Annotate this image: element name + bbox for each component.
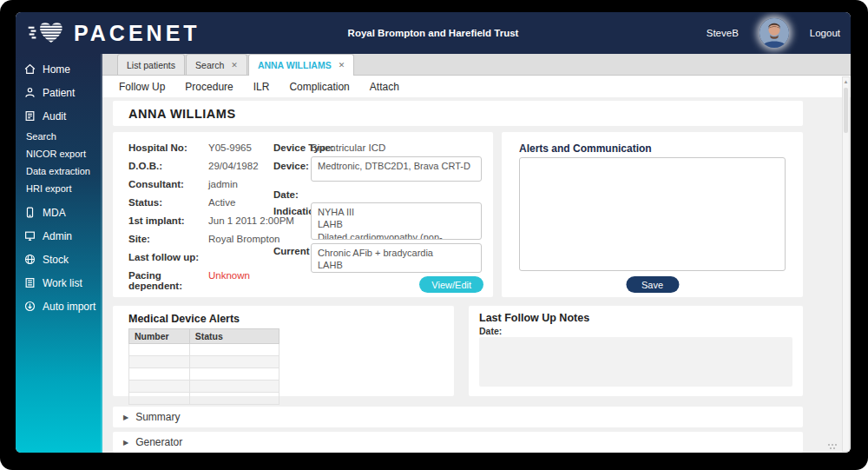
table-cell [129,381,190,393]
sidebar-item-data-extraction[interactable]: Data extraction [16,162,101,180]
sidebar-item-home[interactable]: Home [16,57,101,81]
home-icon [24,63,36,75]
scrollbar[interactable]: ▲ [842,76,850,452]
notes-date-label: Date: [479,326,502,336]
admin-icon [24,230,36,242]
field-value: Royal Brompton [208,234,279,244]
field-value: jadmin [208,179,238,189]
summary-section[interactable]: ▶ Summary [113,407,803,427]
patient-info-panel: Hospital No:Y05-9965D.O.B.:29/04/1982Con… [113,132,493,297]
view-edit-button[interactable]: View/Edit [419,276,483,293]
notes-box [479,337,792,387]
expand-caret-icon: ▶ [123,414,128,421]
field-label: Hospital No: [128,142,208,153]
scrollbar-thumb[interactable] [844,88,848,133]
table-cell [189,381,279,393]
sidebar-item-label: Patient [43,87,75,99]
sidebar-item-label: HRI export [26,183,72,194]
field-label: 1st implant: [128,215,208,226]
username[interactable]: SteveB [707,28,739,38]
patient-field-row: Consultant:jadmin [128,179,238,189]
table-cell [189,368,279,381]
patient-name-title: ANNA WILLIAMS [128,107,236,121]
mda-column-header: Status [189,329,279,344]
sidebar-item-hri-export[interactable]: HRI export [16,180,101,197]
patient-field-row: 1st implant:Jun 1 2011 2:00PM [128,215,294,226]
mda-table: NumberStatus [128,328,279,405]
table-cell [129,368,190,381]
sidebar-item-stock[interactable]: Stock [16,248,101,271]
save-button[interactable]: Save [626,276,679,293]
generator-section[interactable]: ▶ Generator [113,432,803,453]
sidebar-item-nicor-export[interactable]: NICOR export [16,145,101,162]
tab-label: ANNA WILLIAMS [258,60,332,70]
table-row[interactable] [129,356,279,368]
table-row[interactable] [129,381,279,393]
field-value: Active [208,197,235,208]
sidebar-item-mda[interactable]: MDA [16,201,101,224]
auto-import-icon [24,301,36,312]
table-cell [189,344,279,356]
user-area: SteveB Logout [707,12,840,54]
field-value: 29/04/1982 [208,161,259,171]
table-cell [129,393,190,405]
patient-field-row: Pacing dependent:Unknown [128,270,250,291]
sidebar-item-audit[interactable]: Audit [16,104,101,128]
sidebar-item-auto-import[interactable]: Auto import [16,295,101,318]
patient-subnav: Follow UpProcedureILRComplicationAttach [102,76,851,97]
sidebar-item-label: Admin [43,230,72,242]
tab-list-patients[interactable]: List patients [117,54,185,75]
device-label: Device: [273,161,309,171]
patient-field-row: D.O.B.:29/04/1982 [128,161,259,171]
alerts-panel: Alerts and Communication Save [502,132,803,297]
generator-label: Generator [135,436,182,448]
table-row[interactable] [129,368,279,381]
sidebar-item-label: Home [43,63,70,76]
tab-search[interactable]: Search✕ [186,54,247,75]
app-logo[interactable]: PACENET [28,18,201,49]
current-ecg-box: Chronic AFib + bradycardia LAHB [311,243,482,273]
subnav-link-complication[interactable]: Complication [289,81,349,93]
scroll-up-icon[interactable]: ▲ [843,79,849,84]
sidebar-item-label: Auto import [43,301,95,313]
table-row[interactable] [129,344,279,356]
alerts-title: Alerts and Communication [519,142,803,155]
alerts-textarea[interactable] [519,157,786,271]
table-cell [189,356,279,368]
sidebar-item-patient[interactable]: Patient [16,81,101,104]
sidebar-item-label: Work list [43,277,82,289]
tab-anna-williams[interactable]: ANNA WILLIAMS✕ [248,54,354,76]
subnav-link-procedure[interactable]: Procedure [185,81,233,93]
table-row[interactable] [129,393,279,405]
tab-close-icon[interactable]: ✕ [339,61,345,70]
sidebar-item-label: Stock [43,254,69,266]
indications-box: NYHA III LAHB Dilated cardiomyopathy (no… [311,202,482,240]
field-label: D.O.B.: [128,161,208,171]
summary-label: Summary [135,411,180,423]
device-box: Medtronic, DTBC2D1, Brava CRT-D [311,156,482,182]
notes-title: Last Follow Up Notes [479,312,803,324]
sidebar-item-label: Data extraction [26,166,90,176]
patient-field-row: Status:Active [128,197,235,208]
patient-icon [24,87,36,98]
tab-close-icon[interactable]: ✕ [231,61,238,70]
patient-field-row: Last follow up: [128,252,208,262]
date-label: Date: [273,189,299,200]
sidebar-item-work-list[interactable]: Work list [16,271,101,295]
field-value: Unknown [208,270,250,291]
field-value: Jun 1 2011 2:00PM [208,215,294,226]
sidebar-item-admin[interactable]: Admin [16,224,101,248]
field-label: Site: [128,234,208,244]
user-avatar[interactable] [760,18,789,48]
subnav-link-ilr[interactable]: ILR [253,81,270,93]
audit-icon [24,110,36,122]
logout-button[interactable]: Logout [810,28,840,38]
sidebar: HomePatientAuditSearchNICOR exportData e… [16,54,102,453]
subnav-link-attach[interactable]: Attach [370,81,399,93]
mda-icon [24,207,36,218]
subnav-link-follow-up[interactable]: Follow Up [119,81,165,93]
last-follow-up-notes-panel: Last Follow Up Notes Date: [469,306,803,396]
window-frame: PACENET Royal Brompton and Harefield Tru… [0,0,868,470]
sidebar-item-search[interactable]: Search [16,128,101,145]
expand-caret-icon: ▶ [123,439,128,447]
